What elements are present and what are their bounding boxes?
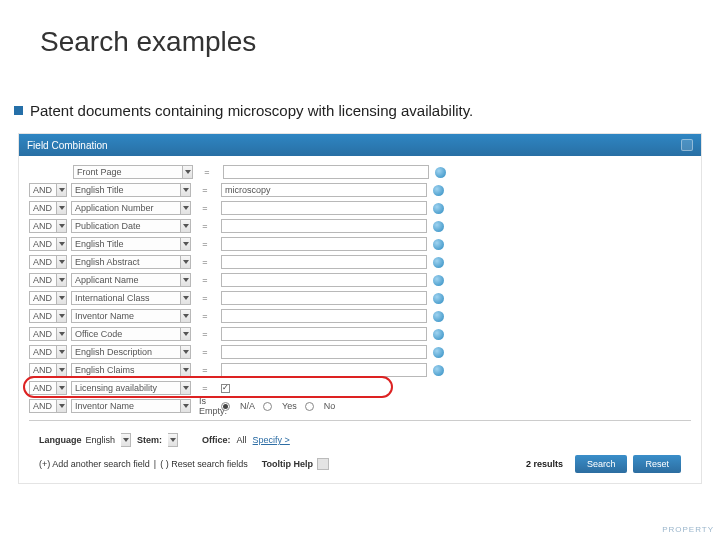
field-select[interactable]: Applicant Name [71, 273, 191, 287]
chevron-down-icon[interactable] [57, 273, 67, 287]
chevron-down-icon[interactable] [168, 433, 178, 447]
value-input[interactable] [223, 165, 429, 179]
field-select[interactable]: Inventor Name [71, 309, 191, 323]
operator-select[interactable]: AND [29, 309, 67, 323]
chevron-down-icon[interactable] [181, 327, 191, 341]
radio-yes[interactable] [263, 402, 272, 411]
operator-select[interactable]: AND [29, 183, 67, 197]
search-button[interactable]: Search [575, 455, 628, 473]
operator-select[interactable]: AND [29, 255, 67, 269]
divider [29, 420, 691, 421]
chevron-down-icon[interactable] [121, 433, 131, 447]
value-input[interactable] [221, 237, 427, 251]
chevron-down-icon[interactable] [57, 255, 67, 269]
chevron-down-icon[interactable] [181, 291, 191, 305]
operator-select[interactable]: AND [29, 273, 67, 287]
operator-select[interactable]: AND [29, 381, 67, 395]
help-icon[interactable] [433, 347, 444, 358]
chevron-down-icon[interactable] [57, 381, 67, 395]
field-select[interactable]: English Title [71, 237, 191, 251]
chevron-down-icon[interactable] [181, 237, 191, 251]
chevron-down-icon[interactable] [57, 237, 67, 251]
chevron-down-icon[interactable] [57, 399, 67, 413]
chevron-down-icon[interactable] [181, 381, 191, 395]
panel-footer: (+) Add another search field | ( ) Reset… [29, 451, 691, 481]
help-icon[interactable] [433, 275, 444, 286]
radio-na[interactable] [221, 402, 230, 411]
language-label: Language [39, 435, 82, 445]
field-value: Inventor Name [71, 309, 181, 323]
value-input[interactable] [221, 183, 427, 197]
field-select[interactable]: Licensing availability [71, 381, 191, 395]
operator-select[interactable]: AND [29, 327, 67, 341]
field-select[interactable]: Front Page [73, 165, 193, 179]
help-icon[interactable] [433, 185, 444, 196]
operator-select[interactable]: AND [29, 219, 67, 233]
panel-header: Field Combination [19, 134, 701, 156]
chevron-down-icon[interactable] [181, 309, 191, 323]
add-field-link[interactable]: (+) Add another search field [39, 459, 150, 469]
help-icon[interactable] [433, 257, 444, 268]
operator-select[interactable]: AND [29, 291, 67, 305]
chevron-down-icon[interactable] [57, 219, 67, 233]
field-select[interactable]: English Description [71, 345, 191, 359]
field-select[interactable]: Inventor Name [71, 399, 191, 413]
chevron-down-icon[interactable] [57, 345, 67, 359]
value-input[interactable] [221, 255, 427, 269]
reset-fields-link[interactable]: ( ) Reset search fields [160, 459, 248, 469]
field-select[interactable]: International Class [71, 291, 191, 305]
operator-select[interactable]: AND [29, 399, 67, 413]
field-select[interactable]: Office Code [71, 327, 191, 341]
licensing-checkbox[interactable]: ✓ [221, 384, 230, 393]
chevron-down-icon[interactable] [181, 183, 191, 197]
field-value: Application Number [71, 201, 181, 215]
operator-select[interactable]: AND [29, 345, 67, 359]
chevron-down-icon[interactable] [181, 201, 191, 215]
value-input[interactable] [221, 327, 427, 341]
chevron-down-icon[interactable] [183, 165, 193, 179]
chevron-down-icon[interactable] [181, 399, 191, 413]
operator-select[interactable]: AND [29, 237, 67, 251]
chevron-down-icon[interactable] [57, 327, 67, 341]
chevron-down-icon[interactable] [181, 219, 191, 233]
chevron-down-icon[interactable] [57, 291, 67, 305]
help-icon[interactable] [433, 365, 444, 376]
help-icon[interactable] [433, 239, 444, 250]
operator-value: AND [29, 381, 57, 395]
chevron-down-icon[interactable] [57, 201, 67, 215]
chevron-down-icon[interactable] [57, 309, 67, 323]
value-input[interactable] [221, 219, 427, 233]
value-input[interactable] [221, 345, 427, 359]
chevron-down-icon[interactable] [181, 363, 191, 377]
language-select[interactable] [121, 433, 131, 447]
tooltip-help-toggle[interactable] [317, 458, 329, 470]
value-input[interactable] [221, 273, 427, 287]
radio-no[interactable] [305, 402, 314, 411]
popout-icon[interactable] [681, 139, 693, 151]
help-icon[interactable] [435, 167, 446, 178]
operator-select[interactable]: AND [29, 201, 67, 215]
help-icon[interactable] [433, 293, 444, 304]
help-icon[interactable] [433, 221, 444, 232]
chevron-down-icon[interactable] [57, 183, 67, 197]
chevron-down-icon[interactable] [181, 255, 191, 269]
chevron-down-icon[interactable] [181, 345, 191, 359]
specify-link[interactable]: Specify > [253, 435, 290, 445]
field-select[interactable]: English Title [71, 183, 191, 197]
chevron-down-icon[interactable] [57, 363, 67, 377]
help-icon[interactable] [433, 203, 444, 214]
help-icon[interactable] [433, 311, 444, 322]
chevron-down-icon[interactable] [181, 273, 191, 287]
reset-button[interactable]: Reset [633, 455, 681, 473]
field-select[interactable]: English Claims [71, 363, 191, 377]
stem-select[interactable] [168, 433, 178, 447]
field-select[interactable]: Publication Date [71, 219, 191, 233]
value-input[interactable] [221, 291, 427, 305]
operator-select[interactable]: AND [29, 363, 67, 377]
value-input[interactable] [221, 201, 427, 215]
value-input[interactable] [221, 309, 427, 323]
value-input[interactable] [221, 363, 427, 377]
field-select[interactable]: Application Number [71, 201, 191, 215]
help-icon[interactable] [433, 329, 444, 340]
field-select[interactable]: English Abstract [71, 255, 191, 269]
